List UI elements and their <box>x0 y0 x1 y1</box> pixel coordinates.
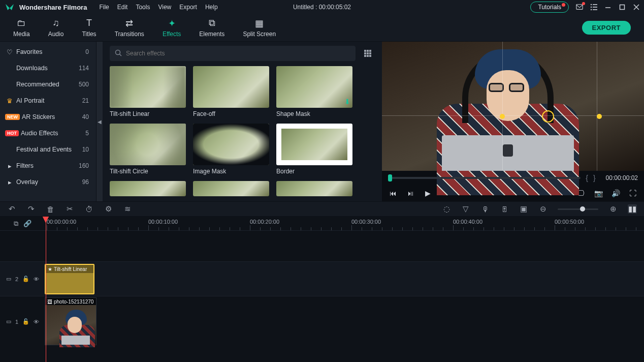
svg-rect-2 <box>593 4 597 5</box>
tutorials-button[interactable]: Tutorials <box>530 2 569 13</box>
adjust-icon[interactable]: ⚙ <box>104 204 113 214</box>
link-icon[interactable]: 🔗 <box>23 220 31 227</box>
undo-icon[interactable]: ↶ <box>7 204 16 214</box>
list-icon[interactable] <box>590 4 597 11</box>
volume-icon[interactable]: 🔊 <box>610 188 621 198</box>
sidebar-item-ai-portrait[interactable]: ♛AI Portrait21 <box>0 93 96 109</box>
track-video-icon: ▭ <box>6 318 11 325</box>
time-ruler-row: ⧉ 🔗 00:00:00:0000:00:10:0000:00:20:0000:… <box>0 217 644 231</box>
speed-icon[interactable]: ⏱ <box>84 204 93 214</box>
preview-viewport[interactable] <box>382 42 644 171</box>
svg-rect-6 <box>593 9 597 10</box>
snapshot-icon[interactable]: 📷 <box>593 188 603 198</box>
titlebar: Wondershare Filmora File Edit Tools View… <box>0 0 644 14</box>
lock-icon[interactable]: 🔓 <box>22 276 29 282</box>
project-title: Untitled : 00:00:05:02 <box>293 4 351 11</box>
effect-face-off[interactable]: Face-off <box>193 66 269 117</box>
effect-partial-2[interactable] <box>193 181 269 196</box>
grid-view-toggle[interactable] <box>361 46 375 61</box>
svg-line-12 <box>120 54 122 56</box>
menu-export[interactable]: Export <box>179 4 197 11</box>
fullscreen-icon[interactable]: ⛶ <box>628 188 638 198</box>
sparkle-icon: ✦ <box>168 18 176 28</box>
window-maximize[interactable] <box>619 4 626 11</box>
delete-icon[interactable]: 🗑 <box>46 204 55 214</box>
sidebar-item-downloads[interactable]: Downloads114 <box>0 60 96 76</box>
effect-partial-1[interactable] <box>110 181 186 196</box>
lock-icon[interactable]: 🔓 <box>22 318 29 325</box>
effect-tilt-shift-linear[interactable]: Tilt-shift Linear <box>110 66 186 117</box>
shapes-icon: ⧉ <box>209 18 215 28</box>
svg-rect-14 <box>367 50 369 52</box>
messages-icon[interactable] <box>576 4 583 11</box>
zoom-fit-icon[interactable]: ▮▮ <box>628 204 637 214</box>
heart-icon: ♡ <box>5 48 14 56</box>
search-icon <box>115 49 122 58</box>
menu-view[interactable]: View <box>158 4 171 11</box>
menu-edit[interactable]: Edit <box>117 4 128 11</box>
track-number: 2 <box>15 276 18 282</box>
redo-icon[interactable]: ↷ <box>26 204 36 214</box>
track-add-icon[interactable]: ⧉ <box>14 220 18 228</box>
app-name: Wondershare Filmora <box>19 4 87 11</box>
svg-rect-20 <box>367 55 369 57</box>
menu-file[interactable]: File <box>99 4 109 11</box>
render-icon[interactable]: ◌ <box>442 204 451 214</box>
svg-rect-13 <box>364 50 366 52</box>
text-icon: T <box>86 18 92 28</box>
time-ruler[interactable]: 00:00:00:0000:00:10:0000:00:20:0000:00:3… <box>45 217 644 230</box>
menu-help[interactable]: Help <box>205 4 218 11</box>
visibility-icon[interactable]: 👁 <box>34 319 39 325</box>
zoom-in-icon[interactable]: ⊕ <box>608 204 618 214</box>
sidebar-item-ar-stickers[interactable]: NEWAR Stickers40 <box>0 109 96 125</box>
mixer-icon[interactable]: 🎚 <box>500 204 509 214</box>
svg-point-3 <box>591 7 592 8</box>
play-icon[interactable]: ▶ <box>423 188 433 198</box>
marker-icon[interactable]: ▽ <box>461 204 470 214</box>
tutorials-label: Tutorials <box>538 4 561 11</box>
sidebar-item-festival[interactable]: Festival and Events10 <box>0 141 96 158</box>
tab-audio[interactable]: ♫Audio <box>39 16 73 40</box>
audio-wave-icon[interactable]: ≋ <box>123 204 132 214</box>
effect-partial-3[interactable] <box>276 181 352 196</box>
search-box[interactable] <box>110 46 356 61</box>
effect-border[interactable]: Border <box>276 124 352 175</box>
visibility-icon[interactable]: 👁 <box>34 276 39 282</box>
zoom-out-icon[interactable]: ⊖ <box>538 204 548 214</box>
play-pause-icon[interactable]: ⏯ <box>405 188 415 198</box>
sidebar-item-overlay[interactable]: ▸Overlay96 <box>0 174 96 190</box>
effect-shape-mask[interactable]: ⬇Shape Mask <box>276 66 352 117</box>
search-input[interactable] <box>126 50 350 57</box>
tab-media[interactable]: 🗀Media <box>4 16 39 40</box>
tab-split-screen[interactable]: ▦Split Screen <box>234 16 285 40</box>
zoom-slider[interactable] <box>558 208 598 210</box>
window-close[interactable] <box>633 4 640 11</box>
scrub-handle[interactable] <box>388 174 392 182</box>
step-back-icon[interactable]: ⏮ <box>388 188 398 198</box>
tab-titles[interactable]: TTitles <box>73 16 105 40</box>
window-minimize[interactable] <box>604 4 611 11</box>
clip-effect[interactable]: ★Tilt-shift Linear <box>45 264 94 294</box>
tab-effects[interactable]: ✦Effects <box>153 16 190 40</box>
tracks: ▭ 2 🔓 👁 ★Tilt-shift Linear ▭ 1 🔓 👁 🖼phot <box>0 231 644 362</box>
sidebar-item-recommended[interactable]: Recommended500 <box>0 76 96 93</box>
sidebar-item-filters[interactable]: ▸Filters160 <box>0 158 96 174</box>
record-voice-icon[interactable]: 🎙 <box>480 204 490 214</box>
svg-rect-16 <box>364 52 366 54</box>
main-menu: File Edit Tools View Export Help <box>99 4 217 11</box>
image-icon: 🖼 <box>47 299 52 305</box>
track-video-icon: ▭ <box>6 276 11 282</box>
sidebar-collapse-handle[interactable]: ◀ <box>96 42 103 201</box>
export-button[interactable]: EXPORT <box>582 21 631 35</box>
effect-tilt-shift-circle[interactable]: Tilt-shift Circle <box>110 124 186 175</box>
tab-transitions[interactable]: ⇄Transitions <box>106 16 153 40</box>
svg-point-1 <box>591 4 592 5</box>
menu-tools[interactable]: Tools <box>136 4 150 11</box>
clip-video[interactable]: 🖼photo-152131270 <box>45 297 96 345</box>
tab-elements[interactable]: ⧉Elements <box>190 16 234 40</box>
effect-image-mask[interactable]: Image Mask <box>193 124 269 175</box>
crop-icon[interactable]: ▣ <box>519 204 528 214</box>
split-icon[interactable]: ✂ <box>65 204 74 214</box>
sidebar-item-favorites[interactable]: ♡Favorites0 <box>0 44 96 60</box>
sidebar-item-audio-effects[interactable]: HOTAudio Effects5 <box>0 125 96 141</box>
